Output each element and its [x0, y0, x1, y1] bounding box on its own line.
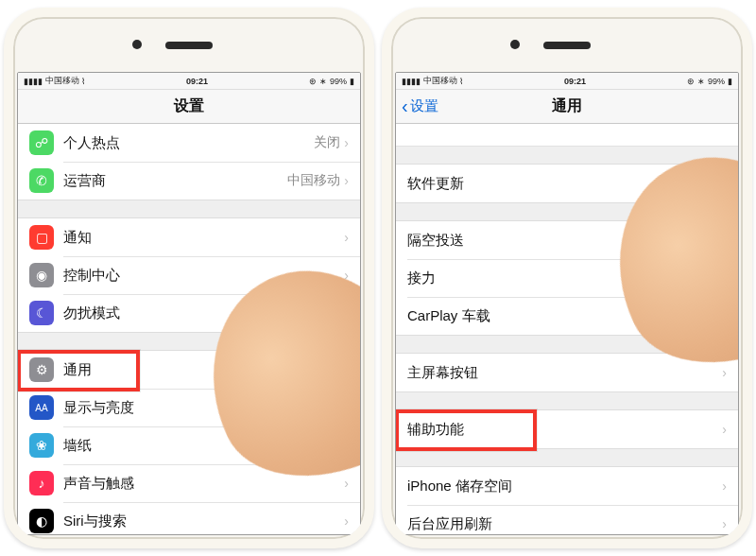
battery-pct: 99%	[330, 77, 347, 86]
chevron-right-icon: ›	[722, 365, 727, 380]
row-label: Siri与搜索	[63, 513, 344, 530]
row-label: 声音与触感	[63, 475, 344, 493]
chevron-right-icon: ›	[344, 305, 349, 321]
settings-row[interactable]: CarPlay 车载›	[396, 297, 738, 335]
row-icon: ✆	[29, 168, 54, 193]
row-value: 中国移动	[287, 172, 340, 189]
signal-icon: ▮▮▮▮	[402, 77, 421, 86]
chevron-right-icon: ›	[722, 270, 727, 286]
screen-left: ▮▮▮▮ 中国移动 ⌇ 09:21 ⊛ ∗ 99% ▮ 设置 ☍个人热点关闭›✆…	[17, 72, 361, 535]
back-button[interactable]: ‹ 设置	[402, 90, 438, 123]
row-label: CarPlay 车载	[407, 307, 722, 325]
signal-icon: ▮▮▮▮	[24, 77, 43, 86]
chevron-right-icon: ›	[344, 438, 349, 453]
navbar: 设置	[18, 90, 360, 124]
row-icon: ▢	[29, 225, 54, 250]
settings-row[interactable]: ☍个人热点关闭›	[18, 124, 360, 162]
settings-row[interactable]: ◐Siri与搜索›	[18, 502, 360, 534]
page-title: 通用	[552, 96, 582, 116]
speaker-slit	[543, 42, 591, 49]
partial-row-top[interactable]	[396, 124, 738, 147]
settings-row[interactable]: 软件更新1›	[396, 165, 738, 202]
chevron-right-icon: ›	[344, 362, 349, 377]
settings-row[interactable]: ▢通知›	[18, 218, 360, 256]
chevron-left-icon: ‹	[402, 96, 408, 117]
row-label: 接力	[407, 269, 722, 287]
status-bar: ▮▮▮▮ 中国移动 ⌇ 09:21 ⊛ ∗ 99% ▮	[396, 73, 738, 90]
phone-left: ▮▮▮▮ 中国移动 ⌇ 09:21 ⊛ ∗ 99% ▮ 设置 ☍个人热点关闭›✆…	[4, 8, 374, 548]
status-bar: ▮▮▮▮ 中国移动 ⌇ 09:21 ⊛ ∗ 99% ▮	[18, 73, 360, 90]
row-label: 通知	[63, 229, 344, 247]
chevron-right-icon: ›	[722, 478, 727, 494]
settings-row[interactable]: ✆运营商中国移动›	[18, 162, 360, 200]
phone-right: ▮▮▮▮ 中国移动 ⌇ 09:21 ⊛ ∗ 99% ▮ ‹ 设置 通用 软件更新…	[382, 8, 752, 548]
settings-row[interactable]: ❀墙纸›	[18, 426, 360, 464]
back-label: 设置	[410, 97, 438, 115]
row-icon: ◉	[29, 263, 54, 287]
clock: 09:21	[85, 77, 309, 86]
row-icon: AA	[29, 395, 54, 420]
orientation-lock-icon: ⊛	[309, 77, 317, 86]
chevron-right-icon: ›	[344, 230, 349, 245]
row-label: 通用	[63, 361, 319, 379]
row-label: iPhone 储存空间	[407, 478, 722, 495]
settings-row[interactable]: ♪声音与触感›	[18, 464, 360, 502]
settings-row[interactable]: 辅助功能›	[396, 410, 738, 448]
row-label: 运营商	[63, 172, 287, 190]
row-icon: ⚙	[29, 357, 54, 382]
row-label: 软件更新	[407, 175, 697, 193]
settings-row[interactable]: iPhone 储存空间›	[396, 467, 738, 505]
settings-row[interactable]: 后台应用刷新›	[396, 505, 738, 534]
chevron-right-icon: ›	[344, 400, 349, 415]
chevron-right-icon: ›	[722, 233, 727, 248]
row-label: 勿扰模式	[63, 304, 344, 322]
screen-right: ▮▮▮▮ 中国移动 ⌇ 09:21 ⊛ ∗ 99% ▮ ‹ 设置 通用 软件更新…	[395, 72, 739, 535]
chevron-right-icon: ›	[722, 516, 727, 531]
page-title: 设置	[174, 96, 204, 116]
row-label: 后台应用刷新	[407, 515, 722, 533]
orientation-lock-icon: ⊛	[687, 77, 695, 86]
row-label: 辅助功能	[407, 421, 722, 439]
row-label: 显示与亮度	[63, 399, 344, 417]
row-icon: ♪	[29, 471, 54, 495]
camera-dot	[510, 40, 520, 49]
chevron-right-icon: ›	[344, 476, 349, 491]
settings-row[interactable]: 隔空投送›	[396, 221, 738, 259]
row-icon: ❀	[29, 433, 54, 458]
chevron-right-icon: ›	[722, 176, 727, 191]
bluetooth-icon: ∗	[697, 77, 705, 86]
row-icon: ☾	[29, 301, 54, 325]
carrier-label: 中国移动	[423, 75, 457, 87]
settings-row[interactable]: 接力›	[396, 259, 738, 297]
navbar: ‹ 设置 通用	[396, 90, 738, 124]
settings-row[interactable]: ◉控制中心›	[18, 256, 360, 294]
row-label: 墙纸	[63, 437, 344, 455]
settings-list[interactable]: ☍个人热点关闭›✆运营商中国移动›▢通知›◉控制中心›☾勿扰模式›⚙通用1›AA…	[18, 124, 360, 534]
notification-badge: 1	[319, 360, 338, 379]
chevron-right-icon: ›	[344, 513, 349, 529]
chevron-right-icon: ›	[722, 308, 727, 323]
clock: 09:21	[463, 77, 687, 86]
battery-icon: ▮	[728, 77, 732, 86]
carrier-label: 中国移动	[45, 75, 79, 87]
row-value: 关闭	[314, 134, 340, 151]
settings-row[interactable]: AA显示与亮度›	[18, 389, 360, 426]
row-icon: ☍	[29, 130, 54, 155]
settings-row[interactable]: ☾勿扰模式›	[18, 294, 360, 332]
camera-dot	[132, 40, 142, 49]
chevron-right-icon: ›	[344, 173, 349, 188]
chevron-right-icon: ›	[722, 422, 727, 437]
row-label: 控制中心	[63, 267, 344, 285]
settings-row[interactable]: 主屏幕按钮›	[396, 354, 738, 391]
row-label: 主屏幕按钮	[407, 364, 722, 382]
chevron-right-icon: ›	[344, 135, 349, 150]
row-icon: ◐	[29, 509, 54, 533]
chevron-right-icon: ›	[344, 268, 349, 283]
general-list[interactable]: 软件更新1›隔空投送›接力›CarPlay 车载›主屏幕按钮›辅助功能›iPho…	[396, 124, 738, 534]
row-label: 个人热点	[63, 134, 314, 152]
speaker-slit	[165, 42, 213, 49]
row-label: 隔空投送	[407, 232, 722, 250]
battery-icon: ▮	[350, 77, 354, 86]
settings-row[interactable]: ⚙通用1›	[18, 351, 360, 389]
notification-badge: 1	[697, 174, 716, 193]
